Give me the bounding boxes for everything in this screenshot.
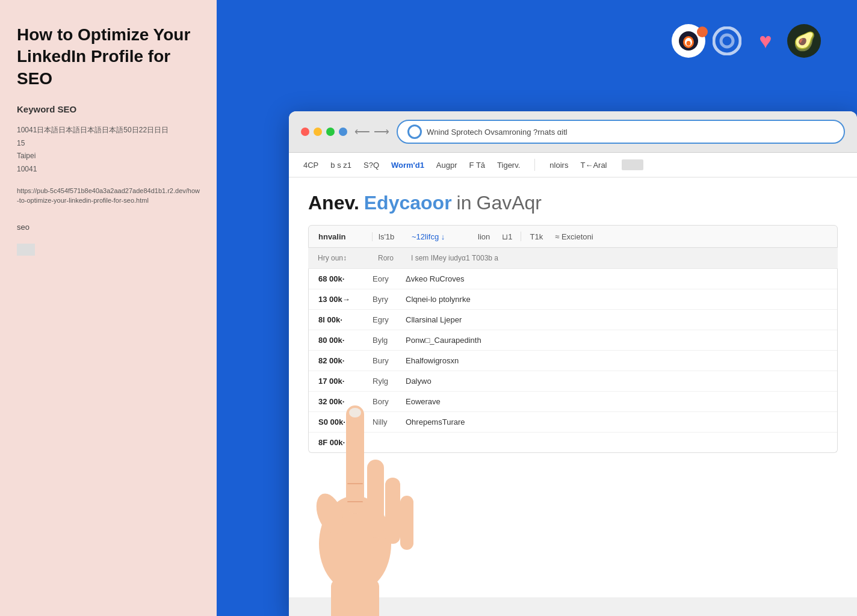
- desc-6: Eowerave: [406, 397, 828, 406]
- forward-icon[interactable]: ⟶: [374, 125, 389, 138]
- th-col-3[interactable]: lion: [472, 232, 496, 241]
- keyword-label: Keyword SEO: [17, 104, 200, 114]
- name-2: Egry: [373, 315, 406, 324]
- table-row[interactable]: 32 00k· Bory Eowerave: [309, 392, 837, 412]
- svg-point-5: [721, 35, 733, 47]
- page-content-area: Anev. Edycaoor in GavAqr hnvalin ls'1b ~…: [289, 177, 857, 467]
- th-col-0[interactable]: hnvalin: [318, 232, 373, 241]
- page-title-area: Anev. Edycaoor in GavAqr: [308, 192, 838, 214]
- desc-5: Dalywo: [406, 377, 828, 386]
- volume-2: 8l 00k·: [318, 315, 373, 324]
- table-row[interactable]: 8l 00k· Egry Cllarsinal Ljeper: [309, 310, 837, 330]
- table-row[interactable]: 8F 00k·: [309, 433, 837, 452]
- article-url[interactable]: https://pub-5c454f571b8e40a3a2aad27ade84…: [17, 186, 200, 206]
- table-row[interactable]: 82 00k· Bury Ehalfowigrosxn: [309, 351, 837, 371]
- page-title-main: Anev.: [308, 192, 359, 214]
- page-title-highlight: Edycaoor: [364, 192, 452, 214]
- address-text: Wnind Sprotech Ovsamroning ?rnats αitl: [427, 128, 568, 137]
- th-col-5[interactable]: T1k: [524, 232, 549, 241]
- tag-label: seo: [17, 223, 200, 232]
- left-panel: How to Optimize Your LinkedIn Profile fo…: [0, 0, 217, 616]
- extra-button[interactable]: [339, 128, 347, 136]
- tag-box: [17, 244, 35, 256]
- volume-0: 68 00k·: [318, 274, 373, 283]
- name-7: Nilly: [373, 417, 406, 427]
- toolbar-item-8[interactable]: T←Aral: [580, 161, 607, 170]
- svg-point-4: [714, 28, 740, 54]
- volume-8: 8F 00k·: [318, 438, 373, 447]
- table-row[interactable]: 17 00k· Rylg Dalywo: [309, 371, 837, 392]
- subheader-col-0: Hry oun↕: [318, 254, 372, 262]
- desc-0: Δvkeo RuCroves: [406, 274, 828, 283]
- toolbar-item-5[interactable]: F Tā: [469, 161, 486, 170]
- page-title-in: in: [457, 192, 472, 214]
- volume-1: 13 00k→: [318, 295, 373, 304]
- meta-info: 10041日本語日本語日本語日本語50日22日日日 15 Taipei 1004…: [17, 124, 200, 176]
- table-row[interactable]: 68 00k· Eory Δvkeo RuCroves: [309, 269, 837, 289]
- th-col-2[interactable]: ~12lifcg ↓: [406, 232, 472, 241]
- table-row[interactable]: S0 00k· Nilly OhrepemsTurare: [309, 412, 837, 433]
- browser-icons-area: ♥ 🥑: [672, 24, 821, 58]
- subheader-col-1: Roro: [372, 254, 405, 262]
- th-col-6[interactable]: ≈ Excietoni: [549, 232, 599, 241]
- name-6: Bory: [373, 397, 406, 406]
- volume-6: 32 00k·: [318, 397, 373, 406]
- back-icon[interactable]: ⟵: [354, 125, 370, 138]
- name-1: Byry: [373, 295, 406, 304]
- traffic-lights: [301, 128, 347, 136]
- close-button[interactable]: [301, 128, 309, 136]
- name-3: Bylg: [373, 336, 406, 345]
- maximize-button[interactable]: [326, 128, 335, 136]
- volume-7: S0 00k·: [318, 417, 373, 427]
- desc-4: Ehalfowigrosxn: [406, 356, 828, 365]
- toolbar-item-7[interactable]: nloirs: [549, 161, 568, 170]
- table-row[interactable]: 13 00k→ Byry Clqnei-lo ptolynrke: [309, 289, 837, 310]
- desc-1: Clqnei-lo ptolynrke: [406, 295, 828, 304]
- browser-loading-icon: [407, 125, 422, 139]
- data-table: 68 00k· Eory Δvkeo RuCroves 13 00k→ Byry…: [308, 269, 838, 453]
- toolbar-item-2[interactable]: S?Q: [364, 161, 379, 170]
- address-bar[interactable]: Wnind Sprotech Ovsamroning ?rnats αitl: [397, 120, 845, 144]
- table-header-row: hnvalin ls'1b ~12lifcg ↓ lion ⊔1 T1k ≈ E…: [308, 225, 838, 248]
- svg-point-3: [687, 41, 691, 46]
- browser-toolbar: 4CP b s z1 S?Q Worm'd1 Augpr F Tā Tigerv…: [289, 153, 857, 177]
- th-col-4[interactable]: ⊔1: [496, 232, 518, 241]
- browser-window: ⟵ ⟶ Wnind Sprotech Ovsamroning ?rnats αi…: [289, 111, 857, 616]
- article-title: How to Optimize Your LinkedIn Profile fo…: [17, 24, 200, 90]
- name-0: Eory: [373, 274, 406, 283]
- toolbar-item-1[interactable]: b s z1: [330, 161, 351, 170]
- name-4: Bury: [373, 356, 406, 365]
- desc-3: Ponw□_Caurapedinth: [406, 336, 828, 345]
- minimize-button[interactable]: [314, 128, 322, 136]
- right-panel: ♥ 🥑 ⟵ ⟶ Wnind Sprotech Ovsamroning ?rnat…: [217, 0, 857, 616]
- volume-4: 82 00k·: [318, 356, 373, 365]
- desc-7: OhrepemsTurare: [406, 417, 828, 427]
- browser-content: 4CP b s z1 S?Q Worm'd1 Augpr F Tā Tigerv…: [289, 153, 857, 597]
- chrome-icon[interactable]: [710, 24, 744, 58]
- volume-5: 17 00k·: [318, 377, 373, 386]
- desc-2: Cllarsinal Ljeper: [406, 315, 828, 324]
- volume-3: 80 00k·: [318, 336, 373, 345]
- toolbar-item-0[interactable]: 4CP: [303, 161, 318, 170]
- subheader-col-2: I sem IMey iudyα1 T003b a: [405, 254, 828, 262]
- th-col-1[interactable]: ls'1b: [373, 232, 406, 241]
- notification-dot: [697, 26, 708, 37]
- name-5: Rylg: [373, 377, 406, 386]
- toolbar-item-3[interactable]: Worm'd1: [391, 161, 424, 170]
- table-row[interactable]: 80 00k· Bylg Ponw□_Caurapedinth: [309, 330, 837, 351]
- browser-chrome-bar: ⟵ ⟶ Wnind Sprotech Ovsamroning ?rnats αi…: [289, 111, 857, 153]
- avocado-icon[interactable]: 🥑: [787, 24, 821, 58]
- table-subheader: Hry oun↕ Roro I sem IMey iudyα1 T003b a: [308, 248, 838, 269]
- toolbar-item-4[interactable]: Augpr: [436, 161, 457, 170]
- nav-buttons: ⟵ ⟶: [354, 125, 389, 138]
- page-title-sub: GavAqr: [477, 192, 542, 214]
- toolbar-item-6[interactable]: Tigerv.: [497, 161, 520, 170]
- heart-icon[interactable]: ♥: [749, 24, 782, 58]
